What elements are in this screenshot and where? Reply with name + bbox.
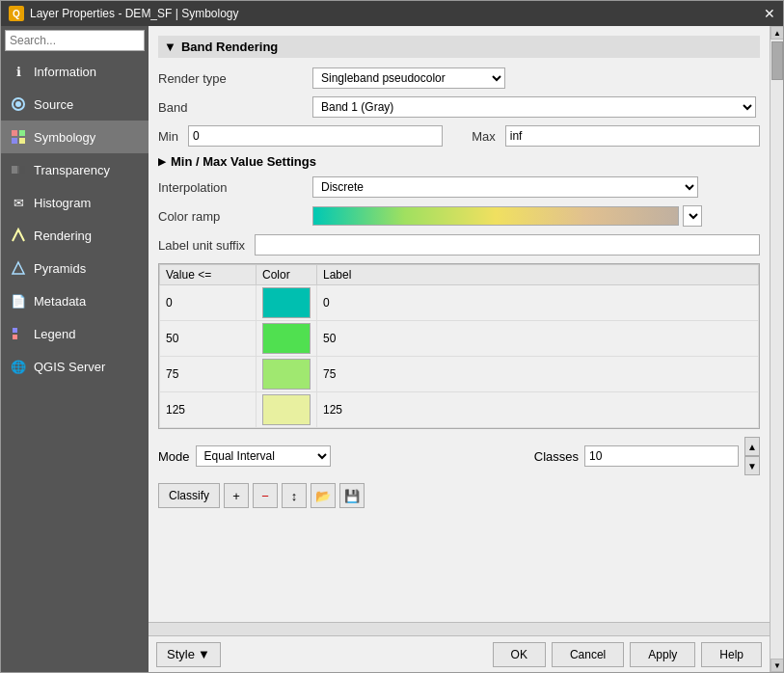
min-input[interactable] [188, 125, 443, 147]
classes-spin-down[interactable]: ▼ [744, 456, 760, 475]
apply-button[interactable]: Apply [630, 642, 695, 667]
row-0-color[interactable] [257, 285, 317, 321]
color-table-wrapper: Value <= Color Label 0 [158, 263, 760, 429]
sidebar-item-rendering[interactable]: Rendering [1, 219, 149, 252]
title-bar: Q Layer Properties - DEM_SF | Symbology … [1, 1, 783, 26]
band-select[interactable]: Band 1 (Gray) [312, 96, 756, 118]
help-button[interactable]: Help [701, 642, 762, 667]
mode-row: Mode Equal IntervalQuantileJenks Classes… [158, 437, 760, 475]
sidebar-item-label: Metadata [34, 294, 86, 309]
sidebar-item-label: Information [34, 65, 96, 79]
sidebar-item-transparency[interactable]: Transparency [1, 153, 149, 186]
sidebar-item-label: Symbology [34, 130, 95, 145]
save-color-ramp-button[interactable]: 💾 [339, 483, 365, 508]
minmax-collapse-row[interactable]: ▶ Min / Max Value Settings [158, 154, 760, 169]
scroll-track[interactable] [770, 40, 783, 659]
scroll-down-button[interactable]: ▼ [770, 659, 783, 672]
close-button[interactable]: ✕ [764, 6, 775, 21]
cancel-button[interactable]: Cancel [552, 642, 624, 667]
render-type-label: Render type [158, 71, 312, 86]
svg-rect-2 [12, 130, 17, 136]
section-title: Band Rendering [181, 40, 278, 54]
pyramids-icon [9, 258, 28, 278]
move-class-button[interactable]: ↕ [282, 483, 307, 508]
sidebar-item-source[interactable]: Source [1, 88, 149, 121]
table-row: 50 50 [160, 321, 759, 357]
mode-select[interactable]: Equal IntervalQuantileJenks [196, 445, 331, 467]
svg-rect-5 [19, 138, 25, 144]
vertical-scrollbar[interactable]: ▲ ▼ [770, 26, 783, 672]
section-header: ▼ Band Rendering [158, 36, 760, 58]
color-ramp-select[interactable] [683, 205, 702, 227]
band-label: Band [158, 100, 312, 115]
sidebar-item-label: Transparency [34, 163, 110, 177]
sidebar-item-symbology[interactable]: Symbology [1, 121, 149, 153]
content-area: ℹ Information Source Symbology Transpar [1, 26, 783, 672]
horizontal-scrollbar[interactable] [149, 622, 770, 635]
label-unit-label: Label unit suffix [158, 238, 255, 253]
remove-class-button[interactable]: − [253, 483, 278, 508]
mode-label: Mode [158, 449, 190, 464]
symbology-icon [9, 127, 28, 147]
main-panel: ▼ Band Rendering Render type Singleband … [149, 26, 770, 672]
max-input[interactable] [505, 125, 760, 147]
color-ramp-bar[interactable] [312, 206, 679, 226]
style-label: Style [167, 647, 195, 661]
svg-rect-3 [19, 130, 25, 136]
sidebar-item-information[interactable]: ℹ Information [1, 55, 149, 88]
section-collapse-arrow[interactable]: ▼ [164, 40, 176, 54]
sidebar-item-legend[interactable]: Legend [1, 317, 149, 350]
panel-content: ▼ Band Rendering Render type Singleband … [149, 26, 770, 622]
classes-input[interactable] [584, 445, 739, 467]
color-ramp-label: Color ramp [158, 209, 312, 224]
scroll-up-button[interactable]: ▲ [770, 26, 783, 40]
sidebar-item-pyramids[interactable]: Pyramids [1, 252, 149, 284]
color-swatch-2[interactable] [262, 359, 311, 390]
svg-rect-7 [17, 166, 25, 174]
row-1-color[interactable] [257, 321, 317, 357]
table-row: 0 0 [160, 285, 759, 321]
row-2-color[interactable] [257, 357, 317, 392]
svg-point-1 [15, 101, 21, 107]
color-swatch-3[interactable] [262, 394, 311, 425]
bottom-toolbar: Style ▼ OK Cancel Apply Help [149, 635, 770, 672]
sidebar-item-qgis-server[interactable]: 🌐 QGIS Server [1, 350, 149, 383]
svg-rect-4 [12, 138, 17, 144]
sidebar-item-label: Source [34, 97, 73, 112]
qgis-server-icon: 🌐 [9, 357, 28, 376]
sidebar-item-label: Rendering [34, 229, 92, 243]
sidebar-item-metadata[interactable]: 📄 Metadata [1, 284, 149, 317]
svg-marker-8 [13, 262, 24, 274]
bottom-left: Style ▼ [156, 642, 221, 667]
sidebar-item-label: QGIS Server [34, 360, 105, 374]
mode-right: Classes ▲ ▼ [534, 437, 760, 475]
col-header-value: Value <= [160, 265, 257, 285]
transparency-icon [9, 160, 28, 179]
row-3-label: 125 [317, 392, 759, 428]
style-button[interactable]: Style ▼ [156, 642, 221, 667]
classes-spin-up[interactable]: ▲ [744, 437, 760, 456]
source-icon [9, 94, 28, 114]
render-type-select[interactable]: Singleband pseudocolorSingleband grayMul… [312, 67, 505, 89]
classify-toolbar: Classify + − ↕ 📂 💾 [158, 483, 760, 508]
scroll-thumb[interactable] [771, 41, 783, 80]
search-input[interactable] [5, 30, 145, 51]
row-3-color[interactable] [257, 392, 317, 428]
ok-button[interactable]: OK [493, 642, 546, 667]
add-class-button[interactable]: + [224, 483, 249, 508]
classify-button[interactable]: Classify [158, 483, 220, 508]
color-swatch-1[interactable] [262, 323, 311, 354]
main-with-scroll: ▼ Band Rendering Render type Singleband … [149, 26, 783, 672]
row-2-label: 75 [317, 357, 759, 392]
row-1-value: 50 [160, 321, 257, 357]
sidebar-item-histogram[interactable]: ✉ Histogram [1, 186, 149, 219]
label-unit-input[interactable] [255, 234, 760, 256]
svg-rect-9 [13, 328, 17, 333]
table-row: 75 75 [160, 357, 759, 392]
max-label: Max [472, 129, 496, 144]
load-color-ramp-button[interactable]: 📂 [311, 483, 336, 508]
interpolation-select[interactable]: DiscreteLinearExact [312, 176, 698, 198]
band-row: Band Band 1 (Gray) [158, 96, 760, 118]
color-swatch-0[interactable] [262, 287, 311, 318]
mode-left: Mode Equal IntervalQuantileJenks [158, 445, 331, 467]
